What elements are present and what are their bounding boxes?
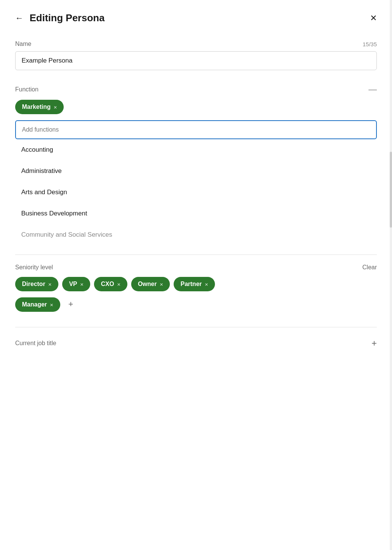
- seniority-tag-partner-label: Partner: [180, 281, 202, 288]
- scrollbar-track: [390, 0, 392, 550]
- function-option-community[interactable]: Community and Social Services: [15, 224, 377, 245]
- function-collapse-button[interactable]: —: [368, 85, 377, 94]
- seniority-tag-partner: Partner ×: [174, 277, 215, 291]
- seniority-tag-vp-label: VP: [69, 281, 77, 288]
- name-section: Name 15/35: [0, 31, 392, 79]
- seniority-tag-owner-label: Owner: [138, 281, 157, 288]
- seniority-tag-vp: VP ×: [62, 277, 90, 291]
- back-button[interactable]: ←: [15, 13, 24, 23]
- job-title-label: Current job title: [15, 340, 56, 347]
- seniority-clear-button[interactable]: Clear: [362, 264, 377, 271]
- seniority-tag-director-remove[interactable]: ×: [48, 281, 52, 288]
- seniority-tag-owner: Owner ×: [131, 277, 170, 291]
- job-title-section: Current job title +: [0, 327, 392, 359]
- seniority-tags-row-2: Manager × +: [15, 297, 377, 312]
- seniority-add-button[interactable]: +: [64, 297, 78, 311]
- add-functions-input[interactable]: [15, 120, 377, 139]
- seniority-tag-vp-remove[interactable]: ×: [80, 281, 83, 288]
- seniority-tag-cxo-remove[interactable]: ×: [117, 281, 121, 288]
- job-title-add-button[interactable]: +: [372, 338, 377, 349]
- name-counter: 15/35: [362, 41, 377, 47]
- function-label: Function: [15, 86, 38, 93]
- close-button[interactable]: ✕: [370, 14, 377, 22]
- seniority-tag-manager-remove[interactable]: ×: [50, 302, 53, 308]
- seniority-tag-owner-remove[interactable]: ×: [160, 281, 163, 288]
- function-section: Function — Marketing × Accounting Admini…: [0, 79, 392, 255]
- page-title: Editing Persona: [30, 12, 105, 24]
- seniority-tag-manager-label: Manager: [22, 301, 47, 308]
- seniority-label: Seniority level: [15, 264, 53, 271]
- seniority-section: Seniority level Clear Director × VP × CX…: [0, 255, 392, 327]
- function-tag-marketing-label: Marketing: [22, 104, 51, 110]
- seniority-tag-manager: Manager ×: [15, 297, 60, 312]
- name-input[interactable]: [15, 51, 377, 70]
- seniority-tag-director-label: Director: [22, 281, 45, 288]
- function-header: Function —: [15, 85, 377, 94]
- name-field-header: Name 15/35: [15, 41, 377, 47]
- seniority-tag-cxo: CXO ×: [94, 277, 127, 291]
- seniority-header: Seniority level Clear: [15, 264, 377, 271]
- header: ← Editing Persona ✕: [0, 0, 392, 31]
- name-label: Name: [15, 41, 31, 47]
- seniority-tags-row-1: Director × VP × CXO × Owner × Partner ×: [15, 277, 377, 291]
- page-container: ← Editing Persona ✕ Name 15/35 Function …: [0, 0, 392, 550]
- function-tag-marketing: Marketing ×: [15, 100, 64, 114]
- function-dropdown-list: Accounting Administrative Arts and Desig…: [15, 139, 377, 245]
- scrollbar-thumb[interactable]: [390, 152, 392, 228]
- header-left: ← Editing Persona: [15, 12, 105, 24]
- function-tags-row: Marketing ×: [15, 100, 377, 114]
- seniority-tag-director: Director ×: [15, 277, 58, 291]
- function-tag-marketing-remove[interactable]: ×: [54, 104, 57, 110]
- function-option-administrative[interactable]: Administrative: [15, 160, 377, 182]
- function-option-accounting[interactable]: Accounting: [15, 139, 377, 160]
- function-option-arts-design[interactable]: Arts and Design: [15, 182, 377, 203]
- seniority-tag-partner-remove[interactable]: ×: [205, 281, 208, 288]
- function-option-business-dev[interactable]: Business Development: [15, 203, 377, 224]
- seniority-tag-cxo-label: CXO: [101, 281, 114, 288]
